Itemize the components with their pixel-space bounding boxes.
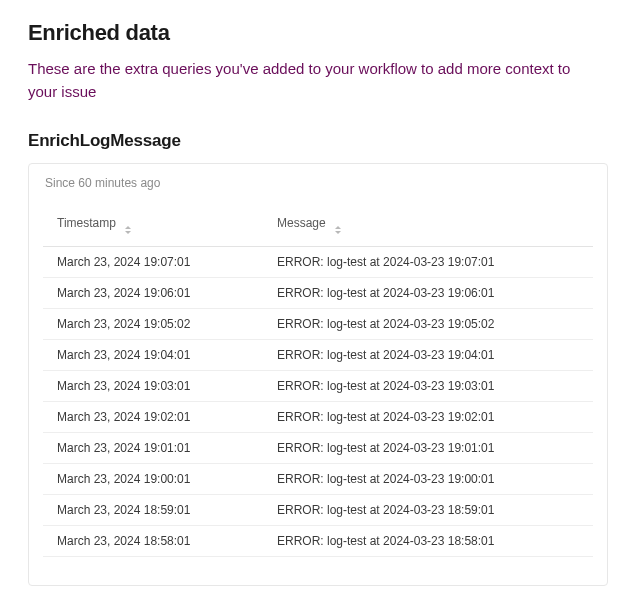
table-row[interactable]: March 23, 2024 19:03:01ERROR: log-test a… xyxy=(43,371,593,402)
sort-icon xyxy=(333,224,343,236)
table-row[interactable]: March 23, 2024 18:59:01ERROR: log-test a… xyxy=(43,495,593,526)
table-row[interactable]: March 23, 2024 19:05:02ERROR: log-test a… xyxy=(43,309,593,340)
table-row[interactable]: March 23, 2024 19:04:01ERROR: log-test a… xyxy=(43,340,593,371)
cell-message: ERROR: log-test at 2024-03-23 18:59:01 xyxy=(263,495,593,526)
col-header-message[interactable]: Message xyxy=(263,210,593,247)
cell-timestamp: March 23, 2024 19:07:01 xyxy=(43,247,263,278)
cell-timestamp: March 23, 2024 19:01:01 xyxy=(43,433,263,464)
table-row[interactable]: March 23, 2024 19:02:01ERROR: log-test a… xyxy=(43,402,593,433)
cell-message: ERROR: log-test at 2024-03-23 18:58:01 xyxy=(263,526,593,557)
sort-icon xyxy=(123,224,133,236)
col-header-message-label: Message xyxy=(277,216,326,230)
table-row[interactable]: March 23, 2024 19:01:01ERROR: log-test a… xyxy=(43,433,593,464)
cell-message: ERROR: log-test at 2024-03-23 19:03:01 xyxy=(263,371,593,402)
section-subtitle: These are the extra queries you've added… xyxy=(28,58,588,103)
cell-timestamp: March 23, 2024 19:02:01 xyxy=(43,402,263,433)
table-row[interactable]: March 23, 2024 19:00:01ERROR: log-test a… xyxy=(43,464,593,495)
table-row[interactable]: March 23, 2024 19:07:01ERROR: log-test a… xyxy=(43,247,593,278)
table-row[interactable]: March 23, 2024 18:58:01ERROR: log-test a… xyxy=(43,526,593,557)
cell-message: ERROR: log-test at 2024-03-23 19:02:01 xyxy=(263,402,593,433)
log-table-body: March 23, 2024 19:07:01ERROR: log-test a… xyxy=(43,247,593,557)
cell-timestamp: March 23, 2024 19:06:01 xyxy=(43,278,263,309)
cell-message: ERROR: log-test at 2024-03-23 19:05:02 xyxy=(263,309,593,340)
cell-message: ERROR: log-test at 2024-03-23 19:06:01 xyxy=(263,278,593,309)
cell-message: ERROR: log-test at 2024-03-23 19:07:01 xyxy=(263,247,593,278)
section-title: Enriched data xyxy=(28,20,608,46)
cell-timestamp: March 23, 2024 19:04:01 xyxy=(43,340,263,371)
cell-timestamp: March 23, 2024 19:05:02 xyxy=(43,309,263,340)
cell-message: ERROR: log-test at 2024-03-23 19:04:01 xyxy=(263,340,593,371)
since-label: Since 60 minutes ago xyxy=(45,176,593,190)
query-name-heading: EnrichLogMessage xyxy=(28,131,608,151)
cell-message: ERROR: log-test at 2024-03-23 19:01:01 xyxy=(263,433,593,464)
results-card: Since 60 minutes ago Timestamp Message xyxy=(28,163,608,586)
col-header-timestamp-label: Timestamp xyxy=(57,216,116,230)
table-row[interactable]: March 23, 2024 19:06:01ERROR: log-test a… xyxy=(43,278,593,309)
col-header-timestamp[interactable]: Timestamp xyxy=(43,210,263,247)
cell-timestamp: March 23, 2024 18:58:01 xyxy=(43,526,263,557)
log-table: Timestamp Message March 23, 2024 19:07:0… xyxy=(43,210,593,557)
cell-timestamp: March 23, 2024 19:00:01 xyxy=(43,464,263,495)
cell-timestamp: March 23, 2024 19:03:01 xyxy=(43,371,263,402)
cell-timestamp: March 23, 2024 18:59:01 xyxy=(43,495,263,526)
cell-message: ERROR: log-test at 2024-03-23 19:00:01 xyxy=(263,464,593,495)
